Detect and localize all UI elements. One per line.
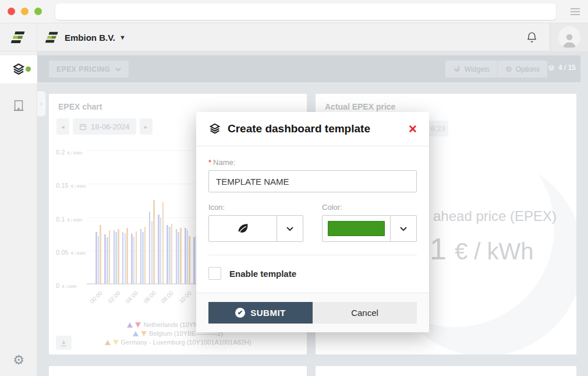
minimize-window-button[interactable]: [21, 8, 29, 15]
active-indicator-dot: [26, 66, 31, 72]
color-dropdown[interactable]: [322, 215, 417, 242]
modal-body: *Name: Icon: Colo: [196, 146, 429, 293]
color-field-label: Color:: [322, 203, 417, 212]
organization-name: Embion B.V.: [65, 33, 115, 43]
url-bar[interactable]: [55, 3, 556, 20]
sidebar: ⚙: [0, 51, 37, 376]
app-header: Embion B.V. ▼: [0, 23, 588, 51]
user-menu[interactable]: [550, 23, 588, 51]
browser-menu-icon[interactable]: [571, 8, 580, 15]
cancel-button[interactable]: Cancel: [313, 302, 417, 324]
chevron-down-icon: ▼: [119, 34, 126, 41]
maximize-window-button[interactable]: [34, 8, 42, 15]
color-swatch: [328, 221, 385, 236]
gear-icon: ⚙: [13, 353, 24, 367]
required-mark: *: [208, 158, 211, 167]
color-dropdown-value: [323, 216, 390, 241]
browser-chrome: [0, 0, 588, 23]
close-icon[interactable]: ✕: [408, 124, 417, 135]
modal-footer: ✔ SUBMIT Cancel: [196, 293, 429, 332]
check-circle-icon: ✔: [235, 308, 245, 318]
embion-logo-icon: [45, 31, 59, 44]
sidebar-item-dashboards[interactable]: [0, 55, 37, 83]
name-field-label: *Name:: [208, 158, 417, 167]
layers-icon: [208, 122, 222, 135]
enable-template-row: Enable template: [208, 255, 417, 293]
chevron-down-icon: [390, 216, 416, 241]
icon-dropdown[interactable]: [208, 215, 303, 242]
modal-title: Create dashboard template: [228, 122, 402, 135]
embion-logo-icon: [11, 30, 26, 44]
organization-switcher[interactable]: Embion B.V. ▼: [45, 23, 126, 51]
enable-template-label: Enable template: [229, 269, 296, 279]
close-window-button[interactable]: [8, 8, 15, 15]
submit-button-label: SUBMIT: [250, 308, 286, 318]
notifications-button[interactable]: [526, 31, 538, 44]
avatar: [558, 26, 580, 48]
building-icon: [12, 99, 25, 113]
person-icon: [561, 31, 578, 48]
sidebar-item-buildings[interactable]: [0, 93, 37, 118]
cancel-button-label: Cancel: [351, 308, 378, 318]
bell-icon: [526, 31, 538, 44]
chevron-down-icon: [277, 216, 303, 241]
layers-icon: [11, 62, 26, 76]
modal-header: Create dashboard template ✕: [196, 112, 429, 146]
leaf-icon: [236, 222, 249, 235]
submit-button[interactable]: ✔ SUBMIT: [208, 302, 313, 324]
sidebar-settings-button[interactable]: ⚙: [0, 353, 37, 368]
create-template-modal: Create dashboard template ✕ *Name: Icon:: [196, 112, 429, 332]
template-name-input[interactable]: [208, 170, 417, 192]
enable-template-checkbox[interactable]: [208, 267, 221, 280]
app-logo: [0, 23, 37, 51]
icon-field-label: Icon:: [208, 203, 303, 212]
icon-dropdown-value: [209, 216, 277, 241]
